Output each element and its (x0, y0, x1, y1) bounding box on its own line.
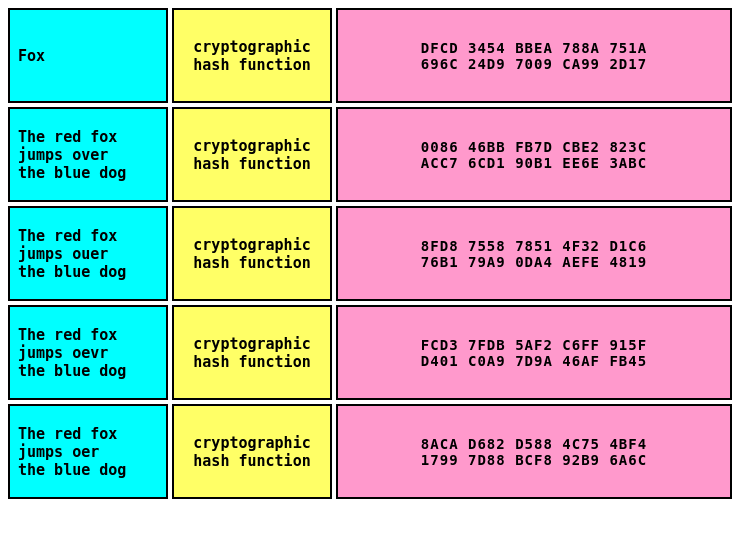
function-cell-4: cryptographic hash function (172, 404, 332, 499)
input-cell-4: The red fox jumps oer the blue dog (8, 404, 168, 499)
row-3: The red fox jumps oevr the blue dogcrypt… (8, 305, 732, 400)
hash-cell-2: 8FD8 7558 7851 4F32 D1C6 76B1 79A9 0DA4 … (336, 206, 732, 301)
function-cell-1: cryptographic hash function (172, 107, 332, 202)
input-cell-2: The red fox jumps ouer the blue dog (8, 206, 168, 301)
function-cell-0: cryptographic hash function (172, 8, 332, 103)
input-cell-1: The red fox jumps over the blue dog (8, 107, 168, 202)
row-2: The red fox jumps ouer the blue dogcrypt… (8, 206, 732, 301)
hash-cell-0: DFCD 3454 BBEA 788A 751A 696C 24D9 7009 … (336, 8, 732, 103)
hash-cell-4: 8ACA D682 D588 4C75 4BF4 1799 7D88 BCF8 … (336, 404, 732, 499)
function-cell-2: cryptographic hash function (172, 206, 332, 301)
row-4: The red fox jumps oer the blue dogcrypto… (8, 404, 732, 499)
input-cell-0: Fox (8, 8, 168, 103)
row-0: Foxcryptographic hash functionDFCD 3454 … (8, 8, 732, 103)
main-grid: Foxcryptographic hash functionDFCD 3454 … (8, 8, 732, 499)
row-1: The red fox jumps over the blue dogcrypt… (8, 107, 732, 202)
input-cell-3: The red fox jumps oevr the blue dog (8, 305, 168, 400)
hash-cell-3: FCD3 7FDB 5AF2 C6FF 915F D401 C0A9 7D9A … (336, 305, 732, 400)
function-cell-3: cryptographic hash function (172, 305, 332, 400)
hash-cell-1: 0086 46BB FB7D CBE2 823C ACC7 6CD1 90B1 … (336, 107, 732, 202)
